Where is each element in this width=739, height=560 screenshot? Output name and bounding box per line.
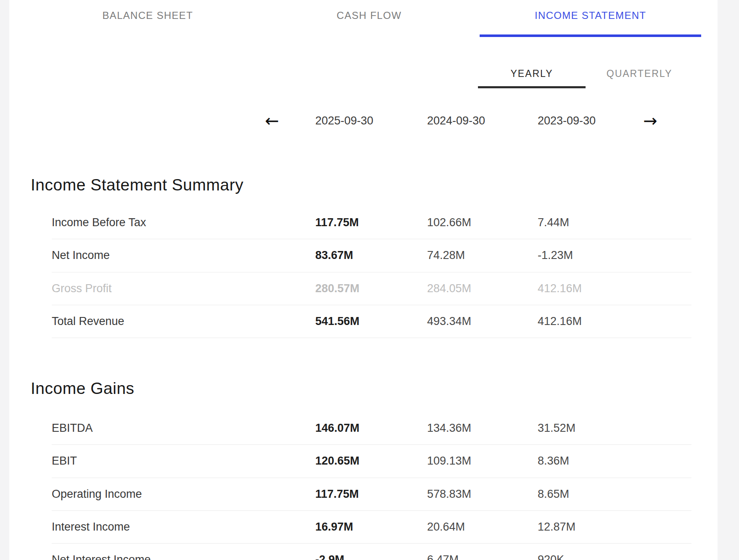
- row-value: 493.34M: [427, 315, 538, 328]
- income-gains-table: EBITDA 146.07M 134.36M 31.52M EBIT 120.6…: [52, 412, 691, 560]
- row-label: EBIT: [52, 454, 315, 468]
- row-value: 280.57M: [315, 282, 427, 295]
- page-background-left: [0, 0, 9, 560]
- row-value: 102.66M: [427, 216, 538, 229]
- row-value: 134.36M: [427, 422, 538, 435]
- row-value: 109.13M: [427, 454, 538, 468]
- table-row-gross-profit[interactable]: Gross Profit 280.57M 284.05M 412.16M: [52, 272, 691, 305]
- row-label: Operating Income: [52, 488, 315, 501]
- period-toggle: YEARLY QUARTERLY: [478, 59, 693, 88]
- page-background-right: [718, 0, 739, 560]
- arrow-left-icon[interactable]: ←: [257, 110, 287, 131]
- income-statement-summary-table: Income Before Tax 117.75M 102.66M 7.44M …: [52, 206, 691, 338]
- tab-balance-sheet[interactable]: BALANCE SHEET: [37, 0, 259, 37]
- income-statement-page: BALANCE SHEET CASH FLOW INCOME STATEMENT…: [0, 0, 739, 560]
- row-value: 412.16M: [538, 315, 691, 328]
- table-row-interest-income[interactable]: Interest Income 16.97M 20.64M 12.87M: [52, 511, 691, 544]
- row-value: 284.05M: [427, 282, 538, 295]
- row-value: 920K: [538, 553, 691, 560]
- tab-income-statement[interactable]: INCOME STATEMENT: [480, 0, 701, 37]
- row-value: 83.67M: [315, 249, 427, 262]
- table-row-operating-income[interactable]: Operating Income 117.75M 578.83M 8.65M: [52, 478, 691, 511]
- period-option-yearly[interactable]: YEARLY: [478, 59, 586, 88]
- row-label: Net Interest Income: [52, 553, 315, 560]
- row-value: 20.64M: [427, 520, 538, 534]
- row-label: Net Income: [52, 249, 315, 262]
- row-value: 8.36M: [538, 454, 691, 468]
- row-label: Interest Income: [52, 520, 315, 534]
- row-value: 16.97M: [315, 520, 427, 534]
- date-navigation: ← 2025-09-30 2024-09-30 2023-09-30 →: [0, 110, 739, 131]
- row-value: -1.23M: [538, 249, 691, 262]
- row-value: 117.75M: [315, 216, 427, 229]
- row-label: Income Before Tax: [52, 216, 315, 229]
- row-value: 6.47M: [427, 553, 538, 560]
- table-row-income-before-tax[interactable]: Income Before Tax 117.75M 102.66M 7.44M: [52, 206, 691, 239]
- tab-cash-flow[interactable]: CASH FLOW: [259, 0, 480, 37]
- date-column-header-1: 2025-09-30: [315, 110, 373, 131]
- row-value: 74.28M: [427, 249, 538, 262]
- arrow-right-icon[interactable]: →: [636, 110, 665, 131]
- table-row-ebitda[interactable]: EBITDA 146.07M 134.36M 31.52M: [52, 412, 691, 445]
- row-label: EBITDA: [52, 422, 315, 435]
- row-value: 31.52M: [538, 422, 691, 435]
- row-value: 578.83M: [427, 488, 538, 501]
- row-value: 412.16M: [538, 282, 691, 295]
- table-row-net-interest-income[interactable]: Net Interest Income -2.9M 6.47M 920K: [52, 544, 691, 560]
- row-value: 541.56M: [315, 315, 427, 328]
- row-label: Gross Profit: [52, 282, 315, 295]
- row-value: 7.44M: [538, 216, 691, 229]
- row-value: 120.65M: [315, 454, 427, 468]
- row-value: 8.65M: [538, 488, 691, 501]
- statement-tab-bar: BALANCE SHEET CASH FLOW INCOME STATEMENT: [37, 0, 701, 37]
- row-value: -2.9M: [315, 553, 427, 560]
- row-value: 146.07M: [315, 422, 427, 435]
- period-option-quarterly[interactable]: QUARTERLY: [586, 59, 693, 88]
- row-value: 12.87M: [538, 520, 691, 534]
- date-column-header-3: 2023-09-30: [538, 110, 596, 131]
- date-column-header-2: 2024-09-30: [427, 110, 485, 131]
- table-row-net-income[interactable]: Net Income 83.67M 74.28M -1.23M: [52, 239, 691, 272]
- row-value: 117.75M: [315, 488, 427, 501]
- section-title-income-statement-summary: Income Statement Summary: [31, 173, 243, 197]
- table-row-total-revenue[interactable]: Total Revenue 541.56M 493.34M 412.16M: [52, 305, 691, 338]
- section-title-income-gains: Income Gains: [31, 377, 135, 400]
- table-row-ebit[interactable]: EBIT 120.65M 109.13M 8.36M: [52, 445, 691, 478]
- row-label: Total Revenue: [52, 315, 315, 328]
